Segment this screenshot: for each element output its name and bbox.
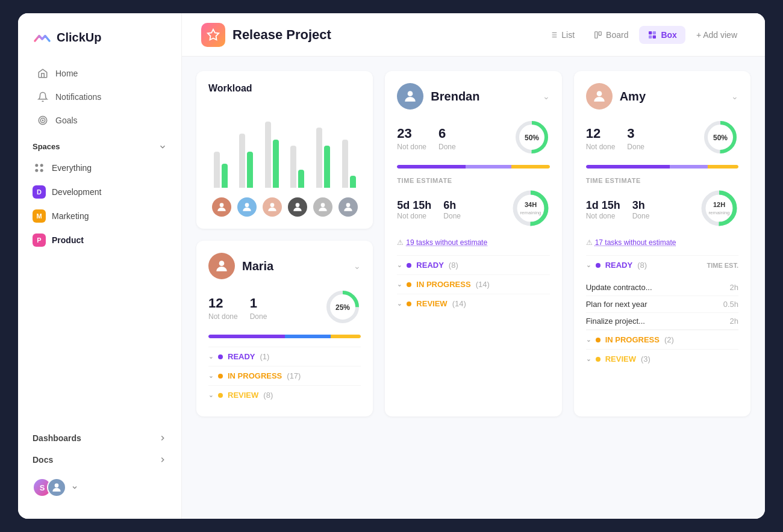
amy-warning: ⚠ 17 tasks without estimate — [586, 238, 738, 247]
svg-text:50%: 50% — [713, 134, 728, 142]
workload-bars — [208, 104, 361, 188]
sidebar-item-development-label: Development — [52, 187, 102, 197]
amy-inprogress-count: (2) — [664, 335, 674, 344]
sidebar-footer: Dashboards Docs — [18, 427, 181, 471]
brendan-ready-count: (8) — [449, 261, 458, 270]
bar-pair-3 — [265, 116, 279, 188]
svg-point-3 — [35, 164, 38, 167]
amy-expand-icon[interactable]: ⌄ — [731, 91, 738, 101]
sidebar-item-goals[interactable]: Goals — [23, 109, 176, 132]
bar-group-2 — [237, 116, 257, 188]
sidebar-item-marketing-label: Marketing — [52, 211, 89, 221]
svg-rect-18 — [649, 35, 652, 38]
bar-pair-1 — [214, 116, 228, 188]
maria-avatar — [208, 253, 235, 279]
maria-status-review[interactable]: ⌄ REVIEW (8) — [208, 385, 361, 404]
maria-inprogress-label: IN PROGRESS — [228, 371, 282, 380]
bar-pair-6 — [342, 116, 356, 188]
avatar-user-main — [47, 478, 66, 497]
bar-green-4 — [298, 170, 304, 188]
amy-progress-yellow — [708, 165, 738, 169]
marketing-badge: M — [33, 209, 46, 223]
bar-gray-4 — [290, 146, 296, 188]
maria-progress-ring: 25% — [325, 289, 361, 327]
brendan-status-inprogress[interactable]: ⌄ IN PROGRESS (14) — [397, 274, 549, 294]
amy-ready-label: READY — [605, 261, 633, 270]
svg-rect-17 — [653, 31, 656, 34]
add-view-button[interactable]: + Add view — [688, 26, 746, 44]
svg-rect-16 — [649, 31, 652, 34]
bar-group-4 — [288, 116, 308, 188]
workload-avatar-row — [208, 197, 361, 217]
brendan-warning: ⚠ 19 tasks without estimate — [397, 238, 549, 247]
sidebar-item-marketing[interactable]: M Marketing — [18, 204, 181, 228]
home-icon — [37, 68, 48, 79]
amy-remaining-ring: 12H remaining — [700, 189, 738, 230]
amy-status-review[interactable]: ⌄ REVIEW (3) — [586, 349, 738, 368]
review-dot — [407, 302, 411, 306]
logo-area: ClickUp — [18, 28, 181, 61]
brendan-card: Brendan ⌄ 23 Not done 6 Done — [385, 71, 561, 416]
brendan-warning-link[interactable]: 19 tasks without estimate — [406, 238, 487, 247]
sidebar-item-notifications-label: Notifications — [55, 92, 101, 102]
amy-time-not-done: 1d 15h Not done — [586, 199, 620, 220]
main-content: Release Project List Board — [182, 13, 765, 519]
ready-dot — [407, 263, 411, 268]
maria-card: Maria ⌄ 12 Not done 1 Done — [196, 241, 373, 416]
maria-header: Maria ⌄ — [208, 253, 361, 279]
workload-avatar-4 — [288, 197, 307, 217]
maria-inprogress-count: (17) — [287, 371, 301, 380]
brendan-remaining-ring: 34H remaining — [511, 189, 550, 230]
workload-avatar-6 — [338, 197, 358, 217]
amy-time-estimate: TIME ESTIMATE 1d 15h Not done 3h Done — [586, 177, 738, 230]
svg-text:25%: 25% — [335, 303, 350, 312]
tab-box[interactable]: Box — [639, 26, 685, 44]
amy-warning-link[interactable]: 17 tasks without estimate — [595, 238, 676, 247]
bar-green-1 — [222, 164, 228, 188]
maria-progress-purple — [208, 335, 285, 338]
bar-green-3 — [273, 140, 279, 188]
workload-avatar-5 — [313, 197, 332, 217]
maria-ready-count: (1) — [260, 352, 270, 361]
brendan-expand-icon[interactable]: ⌄ — [543, 91, 550, 101]
bar-group-1 — [211, 116, 231, 188]
maria-status-inprogress[interactable]: ⌄ IN PROGRESS (17) — [208, 366, 361, 385]
tab-board[interactable]: Board — [585, 26, 637, 44]
svg-point-6 — [40, 169, 43, 172]
amy-info: Amy — [586, 83, 646, 110]
brendan-progress-bar — [397, 165, 549, 169]
chevron-down-icon[interactable] — [158, 143, 167, 151]
amy-status-inprogress[interactable]: ⌄ IN PROGRESS (2) — [586, 330, 738, 349]
brendan-time-done: 6h Done — [443, 199, 461, 220]
sidebar-item-docs[interactable]: Docs — [18, 449, 181, 471]
amy-task-1: Update contracto... 2h — [586, 279, 738, 296]
sidebar-item-goals-label: Goals — [55, 116, 78, 125]
maria-status-ready[interactable]: ⌄ READY (1) — [208, 347, 361, 366]
amy-status-ready[interactable]: ⌄ READY (8) TIME EST. — [586, 255, 738, 274]
svg-text:12H: 12H — [713, 201, 725, 208]
amy-task-2: Plan for next year 0.5h — [586, 296, 738, 313]
svg-point-5 — [35, 169, 38, 172]
brendan-status-review[interactable]: ⌄ REVIEW (14) — [397, 294, 549, 313]
sidebar-item-dashboards[interactable]: Dashboards — [18, 427, 181, 449]
amy-progress-bar — [586, 165, 738, 169]
svg-point-4 — [40, 164, 43, 167]
brendan-stats: 23 Not done 6 Done 50% — [397, 119, 549, 158]
brendan-avatar — [397, 83, 423, 110]
workload-title: Workload — [208, 83, 361, 94]
brendan-progress-ring: 50% — [514, 119, 550, 158]
tab-list[interactable]: List — [541, 26, 583, 44]
sidebar-item-development[interactable]: D Development — [18, 180, 181, 204]
amy-not-done: 12 Not done — [586, 126, 616, 151]
sidebar-item-notifications[interactable]: Notifications — [23, 85, 176, 108]
goals-icon — [37, 115, 48, 126]
user-area[interactable]: S — [18, 471, 181, 504]
brendan-status-ready[interactable]: ⌄ READY (8) — [397, 255, 549, 274]
sidebar-item-home[interactable]: Home — [23, 62, 176, 85]
sidebar-item-everything[interactable]: Everything — [18, 156, 181, 180]
sidebar-item-product[interactable]: P Product — [18, 228, 181, 252]
maria-expand-icon[interactable]: ⌄ — [354, 261, 361, 271]
avatar-stack: S — [33, 478, 66, 497]
svg-rect-19 — [653, 35, 656, 38]
main-nav: Home Notifications Goals — [18, 61, 181, 132]
